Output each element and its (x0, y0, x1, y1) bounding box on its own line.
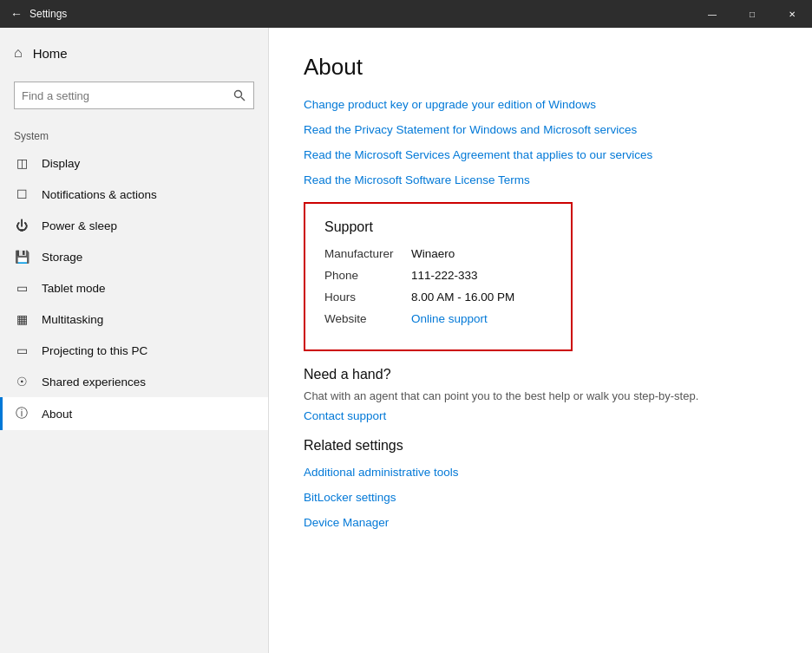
close-button[interactable]: ✕ (772, 0, 812, 28)
sidebar-item-display[interactable]: ◫ Display (0, 147, 268, 179)
sidebar-item-storage[interactable]: 💾 Storage (0, 241, 268, 272)
sidebar-item-label: Display (42, 157, 80, 170)
search-icon (233, 89, 246, 101)
svg-point-0 (235, 91, 242, 98)
link-product-key[interactable]: Change product key or upgrade your editi… (304, 98, 777, 111)
related-settings-title: Related settings (304, 438, 777, 454)
content-area: ⌂ Home System ◫ Display (0, 28, 812, 653)
settings-window: ← Settings — □ ✕ ⌂ Home (0, 0, 812, 653)
sidebar-item-projecting[interactable]: ▭ Projecting to this PC (0, 335, 268, 366)
support-label-phone: Phone (324, 269, 411, 282)
sidebar-item-about[interactable]: ⓘ About (0, 397, 268, 430)
projecting-icon: ▭ (14, 343, 29, 357)
main-content: About Change product key or upgrade your… (269, 28, 812, 653)
sidebar-item-label: About (42, 408, 72, 421)
sidebar-item-shared[interactable]: ☉ Shared experiences (0, 366, 268, 397)
titlebar-controls: — □ ✕ (692, 0, 812, 28)
maximize-button[interactable]: □ (732, 0, 772, 28)
support-label-hours: Hours (324, 291, 411, 304)
titlebar: ← Settings — □ ✕ (0, 0, 812, 28)
search-box (14, 82, 254, 109)
sidebar-item-multitasking[interactable]: ▦ Multitasking (0, 304, 268, 335)
home-icon: ⌂ (14, 45, 23, 61)
sidebar-item-label: Multitasking (42, 313, 103, 326)
sidebar-item-label: Shared experiences (42, 375, 146, 389)
need-hand-description: Chat with an agent that can point you to… (304, 389, 777, 402)
link-services-agreement[interactable]: Read the Microsoft Services Agreement th… (304, 148, 777, 161)
link-bitlocker[interactable]: BitLocker settings (304, 491, 777, 504)
support-box: Support Manufacturer Winaero Phone 111-2… (304, 202, 573, 351)
search-input[interactable] (15, 86, 226, 106)
search-button[interactable] (226, 82, 253, 109)
multitasking-icon: ▦ (14, 312, 29, 326)
support-value-hours: 8.00 AM - 16.00 PM (411, 291, 514, 304)
link-admin-tools[interactable]: Additional administrative tools (304, 466, 777, 479)
support-value-website[interactable]: Online support (411, 312, 488, 325)
display-icon: ◫ (14, 156, 29, 170)
support-row-manufacturer: Manufacturer Winaero (324, 247, 552, 260)
about-icon: ⓘ (14, 406, 29, 421)
sidebar-item-tablet[interactable]: ▭ Tablet mode (0, 272, 268, 304)
need-hand-title: Need a hand? (304, 367, 777, 382)
support-label-website: Website (324, 312, 411, 325)
link-device-manager[interactable]: Device Manager (304, 516, 777, 529)
storage-icon: 💾 (14, 250, 29, 264)
sidebar-item-label: Power & sleep (42, 219, 117, 232)
support-row-phone: Phone 111-222-333 (324, 269, 552, 282)
sidebar-item-label: Notifications & actions (42, 188, 157, 201)
titlebar-title: Settings (29, 8, 67, 20)
sidebar-item-label: Projecting to this PC (42, 344, 147, 357)
link-privacy[interactable]: Read the Privacy Statement for Windows a… (304, 123, 777, 136)
minimize-button[interactable]: — (692, 0, 732, 28)
titlebar-left: ← Settings (10, 7, 67, 21)
svg-line-1 (241, 97, 245, 101)
notifications-icon: ☐ (14, 187, 29, 201)
sidebar-item-home[interactable]: ⌂ Home (0, 28, 268, 78)
shared-icon: ☉ (14, 375, 29, 389)
support-title: Support (324, 219, 552, 235)
link-license-terms[interactable]: Read the Microsoft Software License Term… (304, 173, 777, 186)
support-row-hours: Hours 8.00 AM - 16.00 PM (324, 291, 552, 304)
support-row-website: Website Online support (324, 312, 552, 325)
sidebar-item-notifications[interactable]: ☐ Notifications & actions (0, 179, 268, 210)
power-icon: ⏻ (14, 219, 29, 232)
sidebar-item-label: Storage (42, 251, 82, 264)
contact-support-link[interactable]: Contact support (304, 409, 777, 422)
home-label: Home (33, 46, 68, 61)
support-value-manufacturer: Winaero (411, 247, 455, 260)
support-value-phone: 111-222-333 (411, 269, 478, 282)
support-label-manufacturer: Manufacturer (324, 247, 411, 260)
tablet-icon: ▭ (14, 281, 29, 295)
back-icon[interactable]: ← (10, 7, 23, 21)
sidebar-item-label: Tablet mode (42, 282, 106, 295)
page-title: About (304, 54, 777, 81)
sidebar-item-power[interactable]: ⏻ Power & sleep (0, 210, 268, 241)
sidebar: ⌂ Home System ◫ Display (0, 28, 269, 653)
sidebar-section-label: System (0, 123, 268, 147)
